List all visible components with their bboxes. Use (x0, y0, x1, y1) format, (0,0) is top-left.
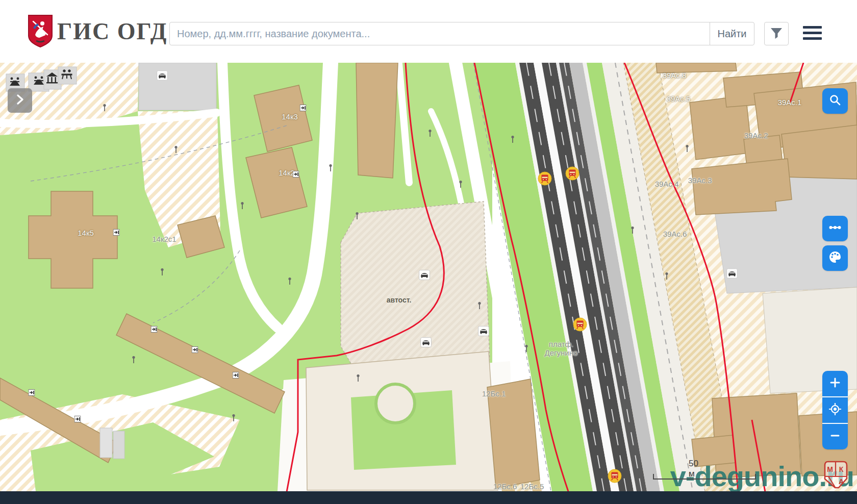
layers-style-button[interactable] (822, 245, 848, 271)
lamp-icon (174, 145, 178, 156)
car-icon (726, 268, 738, 281)
lamp-icon (240, 201, 244, 212)
playground-icon (8, 75, 21, 90)
entrance-icon (29, 389, 35, 398)
lamp-icon (232, 414, 236, 424)
lamp-icon (355, 212, 359, 222)
plus-icon (829, 376, 841, 391)
status-bar (0, 491, 857, 504)
lamp-icon (160, 268, 164, 278)
lamp-icon (685, 144, 689, 155)
measure-distance-button[interactable] (822, 216, 848, 241)
moscow-crest-logo (27, 14, 54, 50)
picnic-icon (60, 68, 73, 83)
minus-icon (829, 430, 841, 444)
map-canvas[interactable]: 14к314к214к514к2с1автост.платф. Дегунино… (0, 63, 857, 491)
funnel-icon (770, 27, 783, 41)
lamp-icon (459, 180, 463, 190)
filter-button[interactable] (764, 22, 789, 45)
train-icon[interactable] (573, 317, 587, 334)
car-icon (478, 326, 489, 338)
app-title: ГИС ОГД (57, 15, 167, 48)
entrance-icon (233, 371, 239, 381)
map-search-button[interactable] (822, 88, 848, 114)
car-icon (420, 337, 432, 349)
train-icon[interactable] (608, 469, 622, 485)
entrance-icon (300, 104, 307, 113)
locate-icon (828, 402, 842, 418)
chevron-right-icon (14, 93, 26, 108)
lamp-icon (511, 135, 515, 145)
lamp-icon (477, 301, 482, 312)
lamp-icon (665, 272, 669, 282)
lamp-icon (524, 344, 528, 355)
train-icon[interactable] (565, 166, 579, 183)
expand-panel-button[interactable] (8, 88, 32, 113)
search-submit-button[interactable]: Найти (710, 22, 754, 45)
lamp-icon (132, 356, 136, 366)
zoom-out-button[interactable] (822, 423, 848, 449)
hamburger-menu-icon[interactable] (803, 26, 822, 43)
entrance-icon (74, 415, 81, 424)
document-search-input[interactable] (169, 22, 710, 45)
entrance-icon (192, 346, 198, 355)
lamp-icon (103, 104, 107, 114)
lamp-icon (329, 164, 333, 174)
playground-icon (32, 74, 45, 89)
entrance-icon (151, 325, 158, 335)
palette-icon (828, 250, 842, 266)
lamp-icon (631, 226, 635, 236)
lamp-icon (428, 129, 432, 139)
app-header: ГИС ОГД Найти (0, 0, 857, 63)
train-icon[interactable] (538, 171, 552, 188)
entrance-icon (113, 229, 120, 238)
car-icon (419, 270, 430, 282)
zoom-in-button[interactable] (822, 371, 848, 396)
geolocate-button[interactable] (822, 396, 848, 423)
car-icon (157, 70, 168, 83)
zoom-controls (822, 371, 848, 449)
lamp-icon (356, 374, 360, 384)
entrance-icon (293, 170, 299, 180)
lamp-icon (288, 277, 292, 287)
gazebo-icon (45, 71, 59, 87)
search-icon (828, 93, 842, 109)
measure-icon (827, 220, 843, 237)
